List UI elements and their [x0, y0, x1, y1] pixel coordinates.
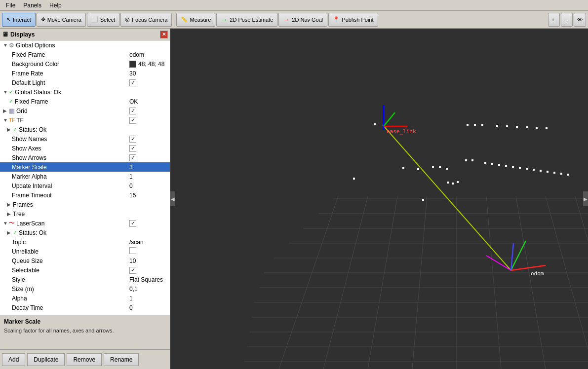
selectable-value: ✓: [129, 266, 169, 274]
svg-rect-29: [467, 124, 469, 126]
svg-rect-56: [533, 169, 535, 171]
expand-grid[interactable]: ▶: [3, 108, 9, 113]
row-tf[interactable]: ▼ TF TF ✓: [0, 115, 170, 125]
show-axes-checkbox[interactable]: ✓: [129, 145, 136, 152]
expand-laserscan-status[interactable]: ▶: [7, 230, 13, 235]
measure-button[interactable]: 📏 Measure: [176, 13, 215, 27]
tree-area[interactable]: ▼ ⚙ Global Options Fixed Frame odom Back…: [0, 40, 170, 315]
select-button[interactable]: ⬜ Select: [87, 13, 120, 27]
remove-view-button[interactable]: −: [561, 13, 573, 27]
row-grid[interactable]: ▶ ▦ Grid ✓: [0, 106, 170, 115]
decay-time-value: 0: [129, 304, 169, 311]
menu-panels[interactable]: Panels: [19, 1, 45, 10]
expand-left-handle[interactable]: ◀: [170, 191, 175, 206]
move-camera-button[interactable]: ✥ Move Camera: [37, 13, 86, 27]
show-names-checkbox[interactable]: ✓: [129, 136, 136, 143]
row-frame-timeout[interactable]: Frame Timeout 15: [0, 190, 170, 200]
row-update-interval[interactable]: Update Interval 0: [0, 181, 170, 190]
menubar: File Panels Help: [0, 0, 588, 11]
add-view-button[interactable]: +: [548, 13, 560, 27]
svg-rect-42: [422, 199, 424, 201]
row-show-axes[interactable]: Show Axes ✓: [0, 144, 170, 153]
svg-rect-57: [540, 170, 542, 172]
row-tf-status[interactable]: ▶ ✓ Status: Ok: [0, 125, 170, 134]
select-icon: ⬜: [91, 16, 98, 23]
laserscan-checkbox[interactable]: ✓: [129, 220, 136, 227]
svg-rect-31: [481, 124, 483, 126]
close-displays-button[interactable]: ✕: [160, 31, 168, 38]
row-selectable[interactable]: Selectable ✓: [0, 265, 170, 275]
menu-help[interactable]: Help: [45, 1, 66, 10]
pose-estimate-label: 2D Pose Estimate: [230, 17, 273, 23]
interact-icon: ↖: [6, 16, 11, 23]
expand-global-options[interactable]: ▼: [3, 42, 9, 48]
svg-rect-50: [491, 163, 493, 165]
svg-rect-32: [496, 125, 498, 127]
expand-tf-status[interactable]: ▶: [7, 127, 13, 132]
row-default-light[interactable]: Default Light ✓: [0, 78, 170, 87]
add-button[interactable]: Add: [2, 353, 25, 366]
tf-checkbox[interactable]: ✓: [129, 117, 136, 124]
row-global-status[interactable]: ▼ ✓ Global Status: Ok: [0, 87, 170, 97]
global-status-label: Global Status: Ok: [15, 89, 169, 96]
row-frame-rate[interactable]: Frame Rate 30: [0, 69, 170, 78]
row-background-color[interactable]: Background Color 48; 48; 48: [0, 59, 170, 69]
focus-camera-button[interactable]: ◎ Focus Camera: [120, 13, 172, 27]
expand-tf[interactable]: ▼: [3, 117, 9, 123]
menu-file[interactable]: File: [2, 1, 19, 10]
publish-point-label: Publish Point: [342, 17, 373, 23]
topic-value: /scan: [129, 239, 169, 246]
rename-button[interactable]: Rename: [104, 353, 139, 366]
unreliable-value: [129, 247, 169, 256]
row-show-names[interactable]: Show Names ✓: [0, 134, 170, 144]
eye-button[interactable]: 👁: [574, 13, 586, 27]
publish-point-button[interactable]: 📍 Publish Point: [328, 13, 378, 27]
row-unreliable[interactable]: Unreliable: [0, 247, 170, 256]
row-laserscan[interactable]: ▼ 〜 LaserScan ✓: [0, 219, 170, 228]
laserscan-status-check-icon: ✓: [13, 229, 17, 236]
frames-label: Frames: [13, 201, 169, 208]
selectable-checkbox[interactable]: ✓: [129, 267, 136, 274]
grid-checkbox[interactable]: ✓: [129, 108, 136, 114]
remove-button[interactable]: Remove: [67, 353, 102, 366]
svg-rect-40: [457, 181, 459, 183]
unreliable-checkbox[interactable]: [129, 247, 136, 254]
svg-rect-28: [446, 168, 448, 170]
svg-rect-24: [402, 167, 404, 169]
row-decay-time[interactable]: Decay Time 0: [0, 303, 170, 312]
row-frames[interactable]: ▶ Frames: [0, 200, 170, 209]
expand-right-handle[interactable]: ▶: [583, 191, 588, 206]
expand-tree-item[interactable]: ▶: [7, 211, 13, 217]
row-marker-alpha[interactable]: Marker Alpha 1: [0, 172, 170, 181]
row-fixed-frame-ok[interactable]: ✓ Fixed Frame OK: [0, 97, 170, 106]
row-style[interactable]: Style Flat Squares: [0, 275, 170, 284]
frame-timeout-value: 15: [129, 192, 169, 199]
displays-header-left: 🖥 Displays: [2, 31, 35, 38]
expand-laserscan[interactable]: ▼: [3, 221, 9, 226]
size-value: 0,1: [129, 286, 169, 293]
fixed-frame-ok-label: Fixed Frame: [15, 98, 129, 105]
row-queue-size[interactable]: Queue Size 10: [0, 256, 170, 265]
pose-estimate-button[interactable]: → 2D Pose Estimate: [216, 13, 277, 27]
show-arrows-checkbox[interactable]: ✓: [129, 154, 136, 161]
nav-goal-button[interactable]: → 2D Nav Goal: [278, 13, 327, 27]
row-global-options[interactable]: ▼ ⚙ Global Options: [0, 40, 170, 50]
row-tree[interactable]: ▶ Tree: [0, 209, 170, 219]
row-laserscan-status[interactable]: ▶ ✓ Status: Ok: [0, 228, 170, 237]
3d-view[interactable]: ◀ ▶: [170, 29, 588, 369]
row-fixed-frame[interactable]: Fixed Frame odom: [0, 50, 170, 59]
default-light-checkbox[interactable]: ✓: [129, 79, 136, 86]
row-topic[interactable]: Topic /scan: [0, 237, 170, 247]
expand-global-status[interactable]: ▼: [3, 89, 9, 95]
grid-icon: ▦: [9, 107, 15, 114]
row-marker-scale[interactable]: Marker Scale 3: [0, 162, 170, 172]
svg-rect-36: [536, 127, 538, 129]
duplicate-button[interactable]: Duplicate: [27, 353, 65, 366]
row-show-arrows[interactable]: Show Arrows ✓: [0, 153, 170, 162]
interact-button[interactable]: ↖ Interact: [2, 13, 36, 27]
frame-rate-value: 30: [129, 70, 169, 77]
row-size[interactable]: Size (m) 0,1: [0, 284, 170, 294]
row-alpha[interactable]: Alpha 1: [0, 294, 170, 303]
expand-frames[interactable]: ▶: [7, 202, 13, 207]
marker-scale-value: 3: [129, 164, 169, 171]
